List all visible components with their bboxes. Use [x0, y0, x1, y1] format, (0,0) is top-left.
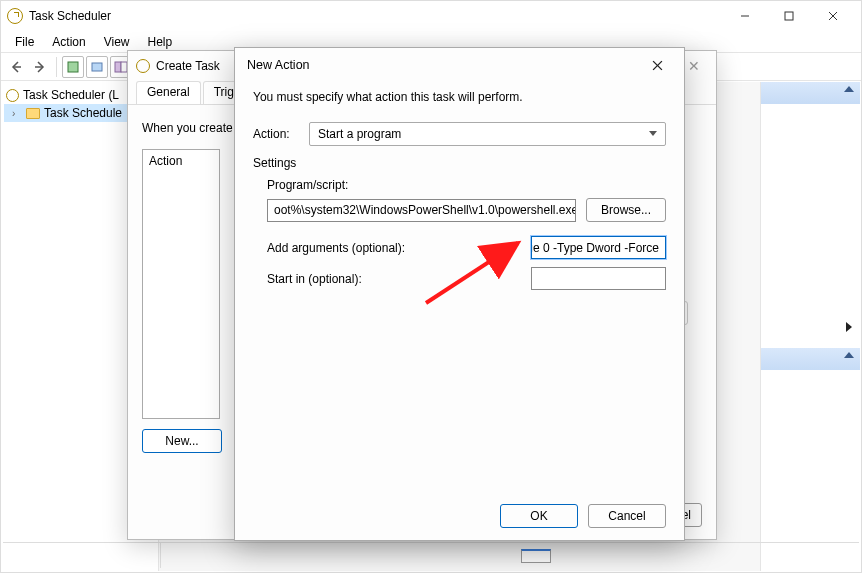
program-row: oot%\system32\WindowsPowerShell\v1.0\pow…: [267, 198, 666, 222]
close-window-button[interactable]: [811, 2, 855, 30]
collapse-up-icon: [844, 352, 854, 358]
arguments-row: Add arguments (optional): ue 0 -Type Dwo…: [267, 236, 666, 259]
new-action-footer: OK Cancel: [235, 492, 684, 540]
actions-header-2[interactable]: [761, 348, 860, 370]
chevron-right-icon: [846, 322, 852, 332]
titlebar: Task Scheduler: [1, 1, 861, 31]
create-task-title: Create Task: [156, 59, 220, 73]
back-button[interactable]: [5, 56, 27, 78]
tab-general[interactable]: General: [136, 81, 201, 104]
menu-action[interactable]: Action: [44, 33, 93, 51]
program-input[interactable]: oot%\system32\WindowsPowerShell\v1.0\pow…: [267, 199, 576, 222]
actions-list: [761, 104, 860, 344]
window-title: Task Scheduler: [29, 9, 723, 23]
minimize-button[interactable]: [723, 2, 767, 30]
toolbar-separator: [56, 57, 57, 77]
menu-help[interactable]: Help: [140, 33, 181, 51]
svg-rect-7: [92, 63, 102, 71]
task-scheduler-icon: [7, 8, 23, 24]
new-action-title: New Action: [247, 58, 310, 72]
maximize-button[interactable]: [767, 2, 811, 30]
actions-list-header: Action: [149, 154, 182, 168]
action-row: Action: Start a program: [253, 122, 666, 146]
new-action-close-button[interactable]: [642, 52, 672, 78]
menu-view[interactable]: View: [96, 33, 138, 51]
startin-input[interactable]: [531, 267, 666, 290]
program-label: Program/script:: [267, 178, 666, 192]
clock-icon: [6, 89, 19, 102]
svg-rect-8: [115, 62, 121, 72]
new-action-button[interactable]: New...: [142, 429, 222, 453]
tree-library-label: Task Schedule: [44, 106, 122, 120]
ok-button[interactable]: OK: [500, 504, 578, 528]
folder-icon: [26, 108, 40, 119]
chevron-down-icon: [649, 131, 657, 136]
action-select[interactable]: Start a program: [309, 122, 666, 146]
status-tab: [521, 549, 551, 563]
arguments-value: ue 0 -Type Dword -Force: [531, 241, 659, 255]
ok-label: OK: [530, 509, 547, 523]
browse-button[interactable]: Browse...: [586, 198, 666, 222]
clock-icon: [136, 59, 150, 73]
settings-group-label: Settings: [253, 156, 666, 170]
status-segment: [3, 543, 161, 568]
svg-rect-6: [68, 62, 78, 72]
action-select-value: Start a program: [318, 127, 401, 141]
cancel-label: Cancel: [608, 509, 645, 523]
browse-label: Browse...: [601, 203, 651, 217]
new-action-titlebar: New Action: [235, 48, 684, 82]
toolbar-btn-2[interactable]: [86, 56, 108, 78]
arguments-label: Add arguments (optional):: [267, 241, 531, 255]
settings-group: Program/script: oot%\system32\WindowsPow…: [253, 178, 666, 290]
arguments-input[interactable]: ue 0 -Type Dword -Force: [531, 236, 666, 259]
svg-rect-1: [785, 12, 793, 20]
collapse-up-icon: [844, 86, 854, 92]
new-action-instruction: You must specify what action this task w…: [253, 90, 666, 104]
cancel-button[interactable]: Cancel: [588, 504, 666, 528]
status-strip: [3, 542, 859, 568]
new-action-dialog: New Action You must specify what action …: [234, 47, 685, 541]
startin-label: Start in (optional):: [267, 272, 531, 286]
actions-pane: [760, 82, 860, 571]
startin-row: Start in (optional):: [267, 267, 666, 290]
actions-header[interactable]: [761, 82, 860, 104]
tree-root-label: Task Scheduler (L: [23, 88, 119, 102]
forward-button[interactable]: [29, 56, 51, 78]
menu-file[interactable]: File: [7, 33, 42, 51]
new-button-label: New...: [165, 434, 198, 448]
actions-list-box[interactable]: Action: [142, 149, 220, 419]
action-label: Action:: [253, 127, 309, 141]
chevron-right-icon: ›: [12, 108, 22, 119]
toolbar-btn-1[interactable]: [62, 56, 84, 78]
window-buttons: [723, 2, 855, 30]
new-action-body: You must specify what action this task w…: [235, 82, 684, 492]
program-value: oot%\system32\WindowsPowerShell\v1.0\pow…: [274, 203, 576, 217]
